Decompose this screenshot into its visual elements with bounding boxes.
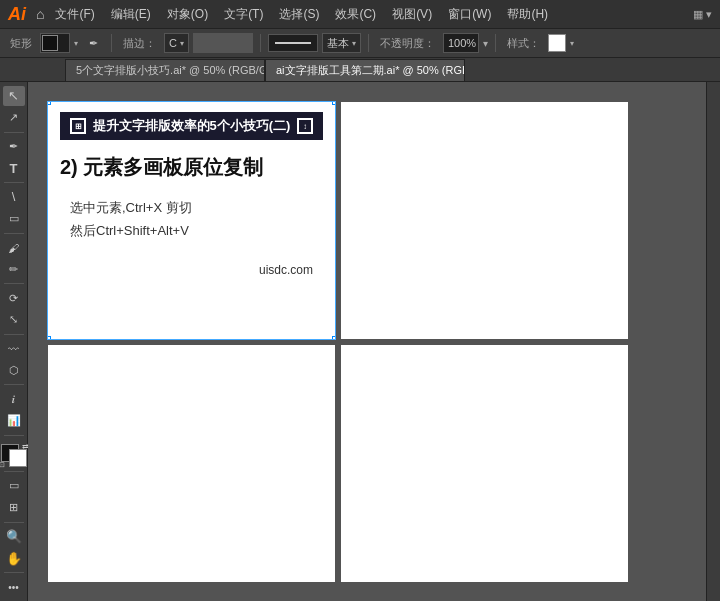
stroke-dropdown[interactable]: C ▾ (164, 33, 189, 53)
sep1 (111, 34, 112, 52)
scale-tool[interactable]: ⤡ (3, 310, 25, 330)
menu-edit[interactable]: 编辑(E) (106, 4, 156, 25)
fill-dropdown-arrow[interactable]: ▾ (74, 39, 78, 48)
tool-sep-8 (4, 471, 24, 472)
tab-2[interactable]: ai文字排版工具第二期.ai* @ 50% (RGB/GPU 规范) ✕ (265, 59, 465, 81)
more-tools[interactable]: ••• (3, 577, 25, 597)
fill-color-box[interactable] (40, 33, 70, 53)
artboard-grid: ⊞ 提升文字排版效率的5个小技巧(二) ↕ 2) 元素多画板原位复制 选中元素,… (48, 102, 628, 582)
artboard-4 (341, 345, 628, 582)
tool-sep-6 (4, 384, 24, 385)
zoom-tool[interactable]: 🔍 (3, 527, 25, 547)
website-label: uisdc.com (60, 263, 323, 277)
tool-sep-4 (4, 283, 24, 284)
color-group: ⇄ ⊡ (1, 444, 27, 467)
style-arrow[interactable]: ▾ (570, 39, 574, 48)
direct-select-tool[interactable]: ↗ (3, 108, 25, 128)
style-label: 样式： (503, 36, 544, 51)
sep3 (368, 34, 369, 52)
style-swatch[interactable] (548, 34, 566, 52)
toolbar: 矩形 ▾ ✒ 描边： C ▾ 基本 ▾ 不透明度： 100% ▾ 样式： ▾ (0, 28, 720, 58)
banner-icon-right: ↕ (297, 118, 313, 134)
menu-view[interactable]: 视图(V) (387, 4, 437, 25)
tabs-bar: 5个文字排版小技巧.ai* @ 50% (RGB/GPU 预览) ✕ ai文字排… (0, 58, 720, 82)
canvas-area[interactable]: ⊞ 提升文字排版效率的5个小技巧(二) ↕ 2) 元素多画板原位复制 选中元素,… (28, 82, 706, 601)
tab-1-label: 5个文字排版小技巧.ai* @ 50% (RGB/GPU 预览) (76, 63, 265, 78)
opacity-label: 不透明度： (376, 36, 439, 51)
tool-sep-1 (4, 132, 24, 133)
opacity-value[interactable]: 100% (443, 33, 479, 53)
menu-object[interactable]: 对象(O) (162, 4, 213, 25)
reset-colors-icon[interactable]: ⊡ (0, 461, 5, 469)
main-layout: ↖ ↗ ✒ T \ ▭ 🖌 ✏ ⟳ ⤡ 〰 ⬡ 𝒊 📊 ⇄ ⊡ ▭ ⊞ 🔍 ✋ (0, 82, 720, 601)
artboard-3 (48, 345, 335, 582)
tab-2-label: ai文字排版工具第二期.ai* @ 50% (RGB/GPU 规范) (276, 63, 465, 78)
artboard-1-content: ⊞ 提升文字排版效率的5个小技巧(二) ↕ 2) 元素多画板原位复制 选中元素,… (48, 102, 335, 339)
pencil-tool[interactable]: ✏ (3, 259, 25, 279)
stroke-label: 描边： (119, 36, 160, 51)
tab-1[interactable]: 5个文字排版小技巧.ai* @ 50% (RGB/GPU 预览) ✕ (65, 59, 265, 81)
freeform-tool[interactable]: ⬡ (3, 360, 25, 380)
opacity-arrow[interactable]: ▾ (483, 38, 488, 49)
title-bar: Ai ⌂ 文件(F) 编辑(E) 对象(O) 文字(T) 选择(S) 效果(C)… (0, 0, 720, 28)
handle-bl (48, 336, 51, 339)
line-tool[interactable]: \ (3, 187, 25, 207)
artboard-tool[interactable]: ⊞ (3, 498, 25, 518)
eyedropper-tool[interactable]: 𝒊 (3, 389, 25, 409)
instruction-line1: 选中元素,Ctrl+X 剪切 (70, 196, 323, 219)
tool-sep-7 (4, 435, 24, 436)
shape-label: 矩形 (6, 36, 36, 51)
background-color[interactable] (9, 449, 27, 467)
stroke-value-box[interactable] (193, 33, 253, 53)
sep2 (260, 34, 261, 52)
workspace-switcher[interactable]: ▦ ▾ (693, 8, 712, 21)
home-icon[interactable]: ⌂ (36, 6, 44, 22)
rect-tool[interactable]: ▭ (3, 209, 25, 229)
handle-tr (332, 102, 335, 105)
menu-help[interactable]: 帮助(H) (502, 4, 553, 25)
title-banner-text: 提升文字排版效率的5个小技巧(二) (93, 117, 291, 135)
title-banner: ⊞ 提升文字排版效率的5个小技巧(二) ↕ (60, 112, 323, 140)
sep4 (495, 34, 496, 52)
select-tool[interactable]: ↖ (3, 86, 25, 106)
tool-sep-9 (4, 522, 24, 523)
stroke-preview (268, 34, 318, 52)
left-toolbar: ↖ ↗ ✒ T \ ▭ 🖌 ✏ ⟳ ⤡ 〰 ⬡ 𝒊 📊 ⇄ ⊡ ▭ ⊞ 🔍 ✋ (0, 82, 28, 601)
tool-sep-10 (4, 572, 24, 573)
menu-text[interactable]: 文字(T) (219, 4, 268, 25)
menu-window[interactable]: 窗口(W) (443, 4, 496, 25)
menu-effect[interactable]: 效果(C) (330, 4, 381, 25)
menu-file[interactable]: 文件(F) (50, 4, 99, 25)
handle-br (332, 336, 335, 339)
banner-icon-left: ⊞ (70, 118, 86, 134)
artboard-2 (341, 102, 628, 339)
main-heading: 2) 元素多画板原位复制 (60, 154, 323, 180)
pen-tool[interactable]: ✒ (3, 137, 25, 157)
artboard-1: ⊞ 提升文字排版效率的5个小技巧(二) ↕ 2) 元素多画板原位复制 选中元素,… (48, 102, 335, 339)
tool-sep-3 (4, 233, 24, 234)
right-panel (706, 82, 720, 601)
change-screen-mode[interactable]: ▭ (3, 476, 25, 496)
tool-sep-5 (4, 334, 24, 335)
instruction-line2: 然后Ctrl+Shift+Alt+V (70, 219, 323, 242)
handle-tl (48, 102, 51, 105)
type-tool[interactable]: T (3, 158, 25, 178)
hand-tool[interactable]: ✋ (3, 548, 25, 568)
rotate-tool[interactable]: ⟳ (3, 288, 25, 308)
tool-sep-2 (4, 182, 24, 183)
paintbrush-tool[interactable]: 🖌 (3, 238, 25, 258)
warp-tool[interactable]: 〰 (3, 339, 25, 359)
menu-select[interactable]: 选择(S) (274, 4, 324, 25)
app-logo: Ai (8, 4, 26, 25)
pen-tool-btn[interactable]: ✒ (82, 32, 104, 54)
basic-dropdown[interactable]: 基本 ▾ (322, 33, 361, 53)
measure-tool[interactable]: 📊 (3, 411, 25, 431)
